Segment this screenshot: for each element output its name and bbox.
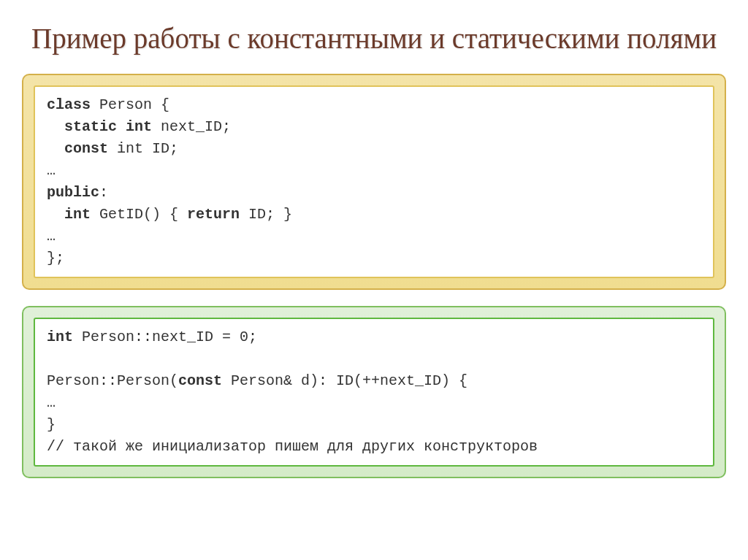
keyword: return [187,206,240,223]
slide-title: Пример работы с константными и статическ… [22,22,726,56]
keyword: int [47,206,91,223]
code-text: ID; } [240,206,292,223]
keyword: class [47,96,91,113]
keyword: int [47,329,73,345]
code-block-inner: class Person { static int next_ID; const… [34,85,714,278]
code-block-inner: int Person::next_ID = 0; Person::Person(… [34,318,714,467]
keyword: public [47,184,99,201]
code-comment: // такой же инициализатор пишем для друг… [47,438,538,455]
keyword: const [47,140,108,157]
code-text: : [99,184,108,201]
slide-container: Пример работы с константными и статическ… [0,0,748,560]
keyword: const [178,372,222,389]
code-text: … [47,228,56,245]
code-text: int ID; [108,140,178,157]
code-text: Person::next_ID = 0; [73,329,257,345]
code-text: next_ID; [152,118,231,135]
code-block-class-declaration: class Person { static int next_ID; const… [22,74,726,290]
code-text: … [47,394,56,411]
code-blank [47,350,56,367]
code-text: … [47,162,56,179]
code-text: Person::Person( [47,372,178,389]
code-text: } [47,416,56,433]
code-block-implementation: int Person::next_ID = 0; Person::Person(… [22,306,726,478]
keyword: static int [47,118,152,135]
code-text: Person { [91,96,169,113]
code-text: Person& d): ID(++next_ID) { [222,372,468,389]
code-text: }; [47,250,64,266]
code-text: GetID() { [91,206,187,223]
